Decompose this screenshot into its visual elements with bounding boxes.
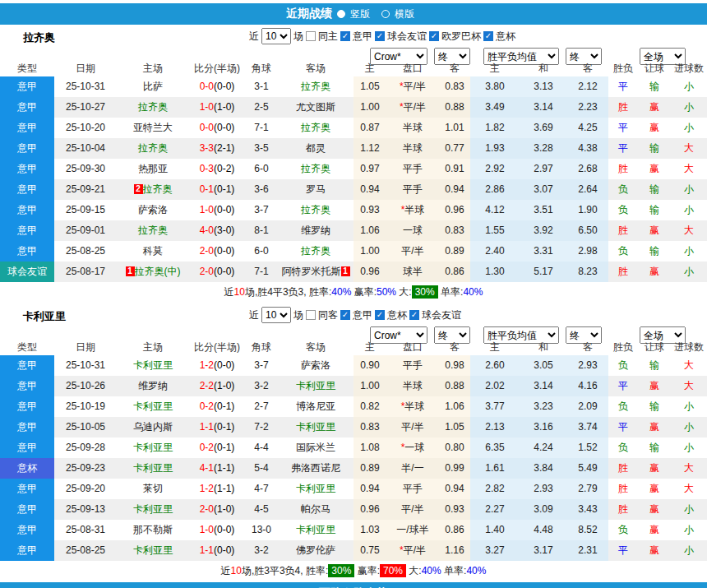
goals-outcome: 小 [671, 520, 707, 540]
home-team[interactable]: 卡利亚里 [117, 499, 189, 520]
same-venue-label[interactable]: 同客 [318, 308, 338, 322]
result-outcome: 平 [608, 138, 638, 159]
match-row: 意甲 25-08-31 那不勒斯 1-0(0-0) 13-0 卡利亚里 1.03… [0, 520, 707, 540]
away-team[interactable]: 卡利亚里 [278, 376, 354, 396]
column-label-avg_a: 客 [567, 62, 608, 76]
away-team[interactable]: 拉齐奥 [278, 118, 354, 138]
match-row: 意杯 25-09-23 卡利亚里 4-1(1-1) 5-4 弗洛西诺尼 0.89… [0, 458, 707, 479]
horizontal-layout-radio[interactable] [381, 10, 390, 18]
away-team[interactable]: 国际米兰 [278, 438, 354, 458]
same-venue-label[interactable]: 同主 [318, 30, 338, 44]
league-checkbox[interactable]: ✓ [429, 31, 439, 41]
away-team[interactable]: 博洛尼亚 [278, 396, 354, 417]
league-checkbox[interactable]: ✓ [340, 310, 350, 320]
away-team[interactable]: 阿特罗米托斯1 [278, 262, 354, 282]
home-team[interactable]: 卡利亚里 [117, 355, 189, 376]
home-team[interactable]: 莱切 [117, 479, 189, 499]
match-count-select[interactable]: 10 [261, 28, 291, 44]
match-date: 25-08-31 [54, 520, 117, 540]
league-checkbox-label[interactable]: 意杯 [387, 308, 407, 322]
league-checkbox[interactable]: ✓ [375, 31, 385, 41]
home-team[interactable]: 萨索洛 [117, 200, 189, 220]
corner-score: 3-1 [245, 76, 278, 97]
home-team[interactable]: 亚特兰大 [117, 118, 189, 138]
match-count-select[interactable]: 10 [261, 307, 291, 323]
away-odds: 0.88 [439, 376, 470, 396]
result-outcome: 胜 [608, 159, 638, 179]
home-team[interactable]: 那不勒斯 [117, 520, 189, 540]
league-checkbox-label[interactable]: 意杯 [496, 30, 515, 44]
away-team[interactable]: 卡利亚里 [278, 417, 354, 438]
league-checkbox[interactable]: ✓ [409, 310, 419, 320]
home-team[interactable]: 2拉齐奥 [117, 179, 189, 200]
column-label-away: 客场 [278, 340, 354, 354]
away-team[interactable]: 拉齐奥 [278, 159, 354, 179]
league-checkbox[interactable]: ✓ [375, 310, 385, 320]
match-row: 球会友谊 25-08-17 1拉齐奥(中) 2-0(0-0) 7-1 阿特罗米托… [0, 262, 707, 282]
home-team[interactable]: 卡利亚里 [117, 396, 189, 417]
vertical-layout-radio[interactable] [337, 10, 345, 18]
away-team[interactable]: 维罗纳 [278, 220, 354, 241]
home-odds: 0.97 [354, 159, 386, 179]
away-team[interactable]: 弗洛西诺尼 [278, 458, 354, 479]
handicap-outcome: 输 [638, 241, 671, 262]
avg-draw-odds: 3.14 [520, 97, 567, 118]
home-team[interactable]: 卡利亚里 [117, 458, 189, 479]
away-team[interactable]: 卡利亚里 [278, 479, 354, 499]
avg-draw-odds: 4.24 [520, 438, 567, 458]
away-team[interactable]: 罗马 [278, 179, 354, 200]
avg-away-odds: 2.68 [567, 159, 608, 179]
column-label-home: 主场 [117, 340, 189, 354]
away-odds: 0.89 [439, 241, 470, 262]
away-team[interactable]: 都灵 [278, 138, 354, 159]
avg-home-odds: 2.02 [470, 376, 520, 396]
match-date: 25-09-28 [54, 438, 117, 458]
column-label-corner: 角球 [245, 340, 278, 354]
same-venue-checkbox[interactable] [306, 310, 316, 320]
home-team[interactable]: 乌迪内斯 [117, 417, 189, 438]
handicap-outcome: 赢 [638, 520, 671, 540]
away-team[interactable]: 拉齐奥 [278, 200, 354, 220]
avg-draw-odds: 3.31 [520, 241, 567, 262]
home-team[interactable]: 科莫 [117, 241, 189, 262]
away-team[interactable]: 佛罗伦萨 [278, 540, 354, 561]
home-team[interactable]: 维罗纳 [117, 376, 189, 396]
page-title: 近期战绩 [286, 7, 332, 21]
away-team[interactable]: 帕尔马 [278, 499, 354, 520]
league-checkbox-label[interactable]: 意甲 [353, 30, 372, 44]
home-team[interactable]: 比萨 [117, 76, 189, 97]
league-checkbox[interactable]: ✓ [483, 31, 493, 41]
match-type-badge: 意甲 [0, 97, 54, 118]
home-odds: 0.89 [354, 458, 386, 479]
league-checkbox-label[interactable]: 球会友谊 [387, 30, 427, 44]
summary-segment: 大: [396, 286, 412, 298]
home-odds: 0.96 [354, 499, 386, 520]
home-team[interactable]: 卡利亚里 [117, 438, 189, 458]
away-team[interactable]: 拉齐奥 [278, 76, 354, 97]
match-type-badge: 意甲 [0, 355, 54, 376]
horizontal-layout-label[interactable]: 横版 [395, 7, 414, 21]
away-team[interactable]: 拉齐奥 [278, 241, 354, 262]
avg-draw-odds: 3.69 [520, 118, 567, 138]
home-team[interactable]: 热那亚 [117, 159, 189, 179]
home-team[interactable]: 拉齐奥 [117, 138, 189, 159]
handicap-line: 平手 [386, 179, 439, 200]
league-checkbox-label[interactable]: 意甲 [353, 308, 372, 322]
home-team[interactable]: 拉齐奥 [117, 97, 189, 118]
league-checkbox[interactable]: ✓ [340, 31, 350, 41]
summary-segment: 10 [234, 286, 245, 298]
match-row: 意甲 25-10-31 卡利亚里 1-2(0-0) 3-7 萨索洛 0.90 平… [0, 355, 707, 376]
away-team[interactable]: 萨索洛 [278, 355, 354, 376]
away-team[interactable]: 尤文图斯 [278, 97, 354, 118]
league-checkbox-label[interactable]: 欧罗巴杯 [441, 30, 481, 44]
same-venue-checkbox[interactable] [306, 31, 316, 41]
league-checkbox-label[interactable]: 球会友谊 [422, 308, 461, 322]
home-team[interactable]: 拉齐奥 [117, 220, 189, 241]
home-team[interactable]: 1拉齐奥(中) [117, 262, 189, 282]
match-row: 意甲 25-08-25 科莫 2-0(0-0) 6-0 拉齐奥 1.00 平/半… [0, 241, 707, 262]
match-rows: 意甲 25-10-31 比萨 0-0(0-0) 3-1 拉齐奥 1.05 *平/… [0, 76, 707, 282]
away-team[interactable]: 卡利亚里 [278, 520, 354, 540]
vertical-layout-label[interactable]: 竖版 [350, 7, 370, 21]
home-odds: 0.83 [354, 417, 386, 438]
home-team[interactable]: 卡利亚里 [117, 540, 189, 561]
